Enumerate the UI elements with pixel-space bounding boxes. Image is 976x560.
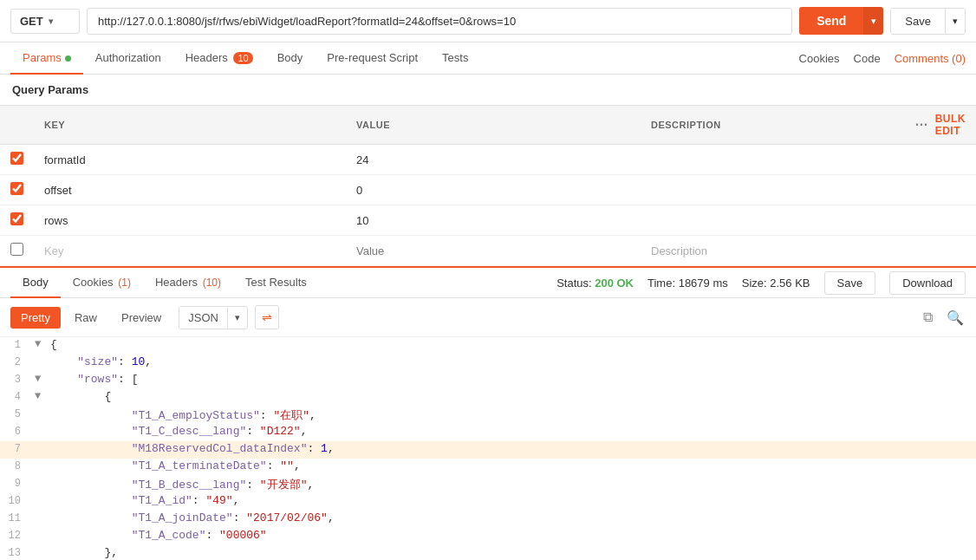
method-chevron-icon: ▾ <box>49 16 53 26</box>
col-actions: ··· Bulk Edit <box>905 106 976 145</box>
desc-input-0[interactable] <box>651 153 895 166</box>
save-button[interactable]: Save <box>891 9 945 34</box>
code-link[interactable]: Code <box>854 52 881 65</box>
value-input-1[interactable] <box>356 184 630 197</box>
line-number: 10 <box>0 494 35 507</box>
code-line: 12 "T1_A_code": "00006" <box>0 528 976 545</box>
status-area: Status: 200 OK Time: 18679 ms Size: 2.56… <box>556 271 966 295</box>
top-bar: GET ▾ Send ▾ Save ▾ <box>0 0 976 42</box>
code-line: 9 "T1_B_desc__lang": "开发部", <box>0 476 976 493</box>
line-content: "T1_A_terminateDate": "", <box>50 459 976 472</box>
row-value-cell <box>346 145 641 175</box>
download-button[interactable]: Download <box>889 271 966 295</box>
tab-tests[interactable]: Tests <box>430 42 480 75</box>
empty-table-row <box>0 236 976 266</box>
code-line: 5 "T1_A_employStatus": "在职", <box>0 407 976 424</box>
row-value-cell <box>346 175 641 205</box>
save-dropdown-button[interactable]: ▾ <box>945 9 965 34</box>
cookies-link[interactable]: Cookies <box>799 52 840 65</box>
more-options-icon[interactable]: ··· <box>915 117 928 133</box>
tab-params[interactable]: Params <box>10 42 83 75</box>
code-line: 8 "T1_A_terminateDate": "", <box>0 459 976 476</box>
line-content: { <box>50 338 976 351</box>
table-row <box>0 175 976 205</box>
empty-actions-cell <box>905 236 976 266</box>
line-content: "T1_A_id": "49", <box>50 494 976 507</box>
code-line: 4▼ { <box>0 389 976 407</box>
bottom-tab-test-results[interactable]: Test Results <box>233 268 319 298</box>
col-description: DESCRIPTION <box>641 106 905 145</box>
col-key: KEY <box>34 106 346 145</box>
row-checkbox-cell <box>0 175 34 205</box>
row-checkbox-2[interactable] <box>10 212 23 225</box>
key-input-2[interactable] <box>44 214 335 227</box>
line-toggle[interactable]: ▼ <box>35 338 49 350</box>
line-number: 12 <box>0 529 35 542</box>
view-tab-preview[interactable]: Preview <box>111 307 172 329</box>
copy-icon[interactable]: ⧉ <box>917 307 938 328</box>
view-tab-raw[interactable]: Raw <box>64 307 107 329</box>
cookies-badge: (1) <box>118 277 131 289</box>
send-dropdown-button[interactable]: ▾ <box>863 7 883 35</box>
status-label: Status: 200 OK <box>556 277 634 290</box>
desc-input-1[interactable] <box>651 184 895 197</box>
tab-pre-request-script[interactable]: Pre-request Script <box>315 42 430 75</box>
bottom-tab-headers[interactable]: Headers (10) <box>143 268 233 298</box>
row-checkbox-cell <box>0 205 34 236</box>
tab-authorization[interactable]: Authorization <box>83 42 173 75</box>
headers-badge2: (10) <box>203 277 221 289</box>
url-input[interactable] <box>87 8 792 35</box>
response-save-button[interactable]: Save <box>824 271 876 295</box>
bottom-tab-cookies[interactable]: Cookies (1) <box>61 268 143 298</box>
code-line: 2 "size": 10, <box>0 355 976 372</box>
value-input-0[interactable] <box>356 153 630 166</box>
empty-key-input[interactable] <box>44 244 335 257</box>
time-value: 18679 ms <box>679 277 728 290</box>
row-checkbox-0[interactable] <box>10 152 23 165</box>
code-line: 3▼ "rows": [ <box>0 372 976 389</box>
view-tab-pretty[interactable]: Pretty <box>10 307 61 329</box>
line-number: 1 <box>0 338 35 351</box>
key-input-1[interactable] <box>44 184 335 197</box>
comments-link[interactable]: Comments (0) <box>895 52 966 65</box>
desc-input-2[interactable] <box>651 214 895 227</box>
row-actions-cell <box>905 175 976 205</box>
send-button[interactable]: Send <box>799 7 863 35</box>
line-content: "rows": [ <box>50 373 976 386</box>
key-input-0[interactable] <box>44 153 335 166</box>
line-toggle[interactable]: ▼ <box>35 373 49 385</box>
col-check <box>0 106 34 145</box>
line-toggle[interactable]: ▼ <box>35 390 49 402</box>
tab-right-actions: Cookies Code Comments (0) <box>799 52 966 65</box>
method-select[interactable]: GET ▾ <box>10 9 80 34</box>
size-value: 2.56 KB <box>770 277 810 290</box>
tab-body[interactable]: Body <box>265 42 316 75</box>
line-content: "M18ReservedCol_dataIndex": 1, <box>50 442 976 455</box>
format-chevron-icon[interactable]: ▾ <box>227 308 247 328</box>
row-actions-cell <box>905 145 976 175</box>
empty-check-cell <box>0 236 34 266</box>
line-number: 3 <box>0 373 35 386</box>
row-checkbox-1[interactable] <box>10 182 23 195</box>
empty-desc-input[interactable] <box>651 244 895 257</box>
row-desc-cell <box>641 205 905 236</box>
bulk-edit-link[interactable]: Bulk Edit <box>935 113 966 137</box>
value-input-2[interactable] <box>356 214 630 227</box>
bottom-tab-body[interactable]: Body <box>10 268 61 298</box>
line-content: "T1_A_joinDate": "2017/02/06", <box>50 511 976 524</box>
status-value: 200 OK <box>595 277 634 290</box>
line-content: "T1_A_code": "00006" <box>50 529 976 542</box>
empty-key-cell <box>34 236 346 266</box>
line-content: "T1_B_desc__lang": "开发部", <box>50 477 976 492</box>
empty-value-input[interactable] <box>356 244 630 257</box>
params-table: KEY VALUE DESCRIPTION ··· Bulk Edit <box>0 106 976 266</box>
search-code-icon[interactable]: 🔍 <box>945 307 966 328</box>
code-line: 6 "T1_C_desc__lang": "D122", <box>0 424 976 441</box>
tab-headers[interactable]: Headers 10 <box>173 42 265 75</box>
wrap-button[interactable]: ⇌ <box>255 305 279 329</box>
line-number: 5 <box>0 407 35 420</box>
line-number: 6 <box>0 425 35 438</box>
line-content: { <box>50 390 976 403</box>
empty-row-checkbox[interactable] <box>10 243 23 256</box>
line-number: 8 <box>0 459 35 472</box>
